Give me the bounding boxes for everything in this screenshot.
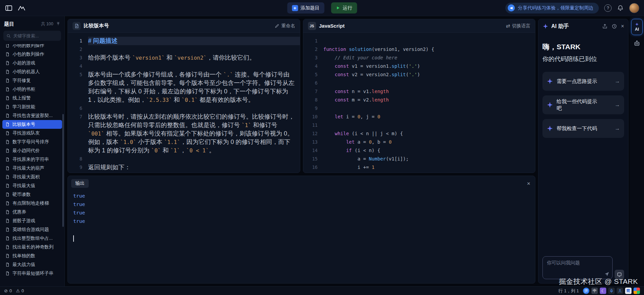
sidebar-item[interactable]: 寻找包含斐波那契... [2, 111, 62, 120]
sidebar-item[interactable]: 有点限制地走楼梯 [2, 199, 62, 208]
sidebar-item[interactable]: 寻找最大面积 [2, 173, 62, 181]
code-line-content[interactable] [324, 121, 535, 129]
collapse-sidebar-icon[interactable] [56, 21, 60, 27]
avatar[interactable] [629, 3, 639, 13]
ai-suggestion-button[interactable]: 帮我检查一下代码→ [542, 119, 624, 138]
ime-simplified[interactable]: 简 [625, 288, 632, 294]
code-line-content[interactable]: const n = v1.length [324, 87, 535, 96]
sidebar-item[interactable]: 找出整型数组中占... [2, 234, 62, 243]
sidebar-item[interactable]: 最小趋同代价 [2, 146, 62, 155]
markdown-line-content[interactable] [88, 45, 300, 54]
code-line-content[interactable]: const v1 = version1.split('.') [324, 62, 535, 70]
markdown-line-content[interactable] [88, 155, 300, 163]
code-line-content[interactable]: i += 1 [324, 163, 535, 172]
sidebar-item[interactable]: 小明的书柜 [2, 85, 62, 94]
ai-suggestion-button[interactable]: 需要一点思路提示→ [542, 72, 624, 91]
code-line-content[interactable]: // Edit your code here [324, 54, 535, 62]
sidebar-item[interactable]: 比较版本号 [2, 120, 62, 129]
output-console[interactable]: truetruetruetrue [68, 190, 535, 244]
sidebar-scrollbar[interactable] [62, 114, 64, 227]
code-line-content[interactable]: let a = 0, b = 0 [324, 138, 535, 146]
logo-icon[interactable] [18, 4, 26, 12]
sidebar-item[interactable]: 寻找原来的字符串 [2, 155, 62, 164]
switch-language-button[interactable]: ⇄ 切换语言 [506, 23, 530, 29]
markdown-line-content[interactable]: 给你两个版本号 `version1` 和 `version2`，请你比较它们。 [88, 54, 300, 62]
rename-button[interactable]: 重命名 [275, 23, 295, 29]
ai-suggestion-button[interactable]: 给我一些代码提示吧→ [542, 95, 624, 114]
markdown-line-content[interactable] [88, 62, 300, 70]
document-icon [5, 61, 10, 65]
sidebar-item[interactable]: 摇骰子游戏 [2, 216, 62, 225]
promo-banner[interactable]: 分享代码练习体验，领限量定制周边 [505, 3, 599, 13]
ime-fullwidth-moon[interactable]: ☾ [600, 288, 606, 294]
ime-mic[interactable] [608, 288, 615, 294]
sidebar-item-label: 字符串最短循环子串 [12, 270, 54, 276]
sidebar-item[interactable]: 寻找游戏队友 [2, 129, 62, 138]
sidebar-item-label: 小超的游戏 [12, 60, 35, 66]
markdown-line: 2 [68, 45, 300, 54]
ai-assistant-button[interactable]: AI [631, 19, 643, 35]
sidebar-toggle-icon[interactable] [5, 4, 13, 12]
sidebar-item[interactable]: 数字字母问号排序 [2, 138, 62, 146]
sidebar-item[interactable]: 找出最长的神奇数列 [2, 243, 62, 252]
promo-banner-text: 分享代码练习体验，领限量定制周边 [518, 5, 593, 11]
assistant-robot-button[interactable] [633, 39, 641, 48]
ime-chinese-mode[interactable]: 中 [591, 288, 598, 294]
help-icon[interactable]: ? [604, 4, 612, 12]
code-line-content[interactable]: if (i < n) { [324, 146, 535, 155]
close-icon[interactable]: × [527, 181, 530, 186]
markdown-editor[interactable]: 1# 问题描述23给你两个版本号 `version1` 和 `version2`… [68, 33, 300, 173]
close-icon[interactable]: × [621, 24, 624, 29]
code-editor[interactable]: 12function solution(version1, version2) … [303, 33, 535, 173]
sidebar-item[interactable]: 英雄组合游戏问题 [2, 225, 62, 234]
code-line-content[interactable]: const m = v2.length [324, 96, 535, 104]
cursor-position[interactable]: 行 1，列 1 [558, 288, 579, 294]
markdown-line-content[interactable] [88, 104, 300, 113]
code-line-content[interactable]: while (i < n || j < m) { [324, 129, 535, 138]
output-tab[interactable]: 输出 [71, 179, 89, 188]
warnings-indicator[interactable]: ⚠ 0 [16, 288, 24, 293]
sidebar-item[interactable]: 小包的数列操作 [2, 50, 62, 59]
code-line-content[interactable] [324, 37, 535, 45]
sidebar-item[interactable]: 最大战力值 [2, 260, 62, 269]
code-line-content[interactable]: function solution(version1, version2) { [324, 45, 535, 54]
ime-toolbox[interactable] [634, 288, 640, 294]
code-line-content[interactable]: const v2 = version2.split('.') [324, 70, 535, 79]
sidebar-item[interactable]: 小明的机器人 [2, 67, 62, 76]
document-icon [5, 113, 10, 118]
sidebar-item[interactable]: 小明的数列操作 [2, 44, 62, 50]
sidebar-item[interactable]: 硬币凑数 [2, 190, 62, 199]
sidebar-item[interactable]: 寻找最大的葫芦 [2, 164, 62, 173]
search-input[interactable] [13, 33, 58, 38]
chat-input[interactable] [543, 257, 612, 279]
ime-contacts[interactable] [617, 288, 623, 294]
run-button[interactable]: 运行 [331, 2, 357, 13]
add-problem-button[interactable]: + 添加题目 [287, 2, 324, 13]
sidebar-item[interactable]: 学习新技能 [2, 102, 62, 111]
code-line-content[interactable]: a = Number(v1[i]); [324, 155, 535, 163]
errors-indicator[interactable]: ⊘ 0 [4, 288, 12, 293]
sidebar-item[interactable]: 字符串最短循环子串 [2, 269, 62, 278]
history-icon[interactable] [612, 24, 617, 29]
markdown-line-content[interactable]: # 问题描述 [88, 37, 300, 45]
bell-icon[interactable] [617, 5, 624, 11]
send-icon[interactable] [604, 271, 610, 277]
code-line-content[interactable] [324, 79, 535, 87]
share-icon[interactable] [602, 24, 608, 29]
sidebar-item-label: 小明的机器人 [12, 69, 40, 75]
markdown-line-content[interactable]: 版本号由一个或多个修订号组成，各修订号由一个 `.` 连接。每个修订号由多位数字… [88, 70, 300, 104]
open-chat-window-button[interactable] [615, 270, 624, 279]
chat-input-box[interactable] [542, 256, 613, 279]
sidebar-item[interactable]: 线上报警 [2, 94, 62, 102]
sidebar-item[interactable]: 优惠券 [2, 208, 62, 216]
code-line-content[interactable]: let i = 0, j = 0 [324, 113, 535, 121]
markdown-line-content[interactable]: 比较版本号时，请按从左到右的顺序依次比较它们的修订号。比较修订号时，只需比较忽略… [88, 113, 300, 155]
markdown-line-content[interactable]: 返回规则如下： [88, 163, 300, 172]
ime-pinyin[interactable]: 拼 [583, 288, 589, 294]
sidebar-item[interactable]: 小超的游戏 [2, 59, 62, 67]
sidebar-item[interactable]: 找单独的数 [2, 252, 62, 260]
sidebar-item[interactable]: 寻找最大值 [2, 181, 62, 190]
sidebar-item[interactable]: 字符修复 [2, 76, 62, 85]
code-line-content[interactable] [324, 104, 535, 113]
search-box[interactable] [3, 31, 61, 41]
